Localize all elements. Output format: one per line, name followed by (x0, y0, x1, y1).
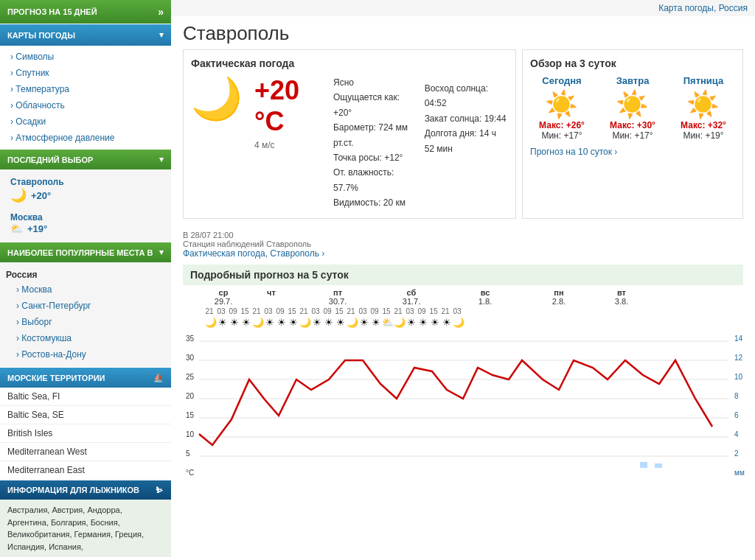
wi-15: ⛅ (382, 317, 394, 328)
wi-6: ☀ (276, 317, 288, 328)
svg-text:25: 25 (186, 373, 195, 381)
popular-item-3[interactable]: Костомукша (6, 330, 165, 346)
overview-title: Обзор на 3 суток (530, 57, 735, 69)
maps-item-symbols[interactable]: Символы (0, 49, 171, 65)
day0-min: Мин: +17° (539, 130, 585, 141)
svg-text:8: 8 (734, 392, 739, 400)
ski-icon: ⛷ (156, 486, 164, 494)
moon-icon: 🌙 (10, 187, 27, 203)
day1-icon: ☀️ (610, 89, 655, 120)
popular-header-label: НАИБОЛЕЕ ПОПУЛЯРНЫЕ МЕСТА В (7, 248, 153, 257)
marine-header: МОРСКИЕ ТЕРРИТОРИИ ⛵ (0, 368, 171, 388)
maps-item-precip[interactable]: Осадки (0, 113, 171, 130)
maps-menu: Символы Спутник Температура Облачность О… (0, 46, 171, 149)
forecast-section: Подробный прогноз на 5 суток ср 29.7. чт… (171, 265, 755, 478)
maps-btn[interactable]: КАРТЫ ПОГОДЫ ▾ (0, 24, 171, 46)
wi-5: ☀ (264, 317, 276, 328)
cloud-icon: ⛅ (10, 223, 23, 234)
forecast-link[interactable]: Прогноз на 10 суток › (530, 141, 735, 157)
svg-text:14: 14 (734, 335, 743, 343)
marine-item-3[interactable]: Mediterranean West (0, 443, 171, 461)
temp-chart: 35 30 25 20 15 10 5 °C 14 12 10 8 6 4 2 … (183, 331, 751, 478)
station-name: Станция наблюдений Ставрополь (183, 239, 311, 248)
marine-item-4[interactable]: Mediterranean East (0, 461, 171, 480)
day1-max: Макс: +30° (610, 120, 655, 130)
maps-btn-arrow: ▾ (159, 30, 164, 40)
maps-item-temp[interactable]: Температура (0, 81, 171, 97)
maps-item-satellite[interactable]: Спутник (0, 65, 171, 81)
maps-item-pressure[interactable]: Атмосферное давление (0, 130, 171, 146)
city-stavropol[interactable]: Ставрополь 🌙 +20° (6, 174, 165, 206)
last-choice-header: ПОСЛЕДНИЙ ВЫБОР ▾ (0, 150, 171, 169)
day-header-0: ср 29.7. (205, 288, 242, 306)
ski-content-text: Австралия, Австрия, Андорра, Аргентина, … (7, 505, 144, 551)
wi-11: ☀ (335, 317, 347, 328)
days-header: ср 29.7. чт пт 30.7. сб 31.7. вс 1.8. пн… (183, 285, 743, 306)
maps-btn-label: КАРТЫ ПОГОДЫ (7, 31, 75, 40)
day-header-1: чт (242, 288, 301, 306)
daylight: Долгота дня: 14 ч 52 мин (425, 126, 508, 156)
city-moscow-name: Москва (10, 212, 161, 223)
popular-arrow: ▾ (159, 248, 164, 257)
day2-min: Мин: +19° (681, 130, 726, 141)
sunrise: Восход солнца: 04:52 (425, 81, 508, 111)
day0-max: Макс: +26° (539, 120, 585, 130)
popular-item-4[interactable]: Ростов-на-Дону (6, 346, 165, 363)
wi-21: 🌙 (453, 317, 465, 328)
wi-14: ☀ (370, 317, 382, 328)
timestamp: В 28/07 21:00 (183, 231, 234, 239)
svg-text:10: 10 (734, 373, 743, 381)
forecast-btn-arrow: » (158, 6, 164, 18)
wi-2: ☀ (229, 317, 240, 328)
day2-name: Пятница (681, 75, 726, 86)
current-weather-inner: 🌙 +20 °C 4 м/с Ясно Ощущается как: +20° … (191, 75, 508, 211)
marine-item-2[interactable]: British Isles (0, 424, 171, 443)
svg-text:°C: °C (186, 469, 194, 477)
wi-9: ☀ (311, 317, 323, 328)
weather-temp-block: +20 °C 4 м/с (254, 75, 321, 150)
sidebar: ПРОГНОЗ НА 15 ДНЕЙ » КАРТЫ ПОГОДЫ ▾ Симв… (0, 0, 171, 560)
popular-item-0[interactable]: Москва (6, 281, 165, 298)
chart-container: 35 30 25 20 15 10 5 °C 14 12 10 8 6 4 2 … (183, 331, 743, 478)
ski-header-label: ИНФОРМАЦИЯ ДЛЯ ЛЫЖНИКОВ (7, 486, 139, 494)
wi-0: 🌙 (205, 317, 217, 328)
marine-item-0[interactable]: Baltic Sea, FI (0, 388, 171, 406)
city-moscow-temp: +19° (27, 223, 47, 234)
content-grid: Фактическая погода 🌙 +20 °C 4 м/с Ясно О… (171, 49, 755, 225)
wi-20: ☀ (441, 317, 453, 328)
popular-item-2[interactable]: Выборг (6, 314, 165, 330)
day1-name: Завтра (610, 75, 655, 86)
last-choice-section: Ставрополь 🌙 +20° Москва ⛅ +19° (0, 169, 171, 242)
svg-text:15: 15 (186, 411, 195, 419)
day-header-4: вс 1.8. (448, 288, 522, 306)
forecast-btn[interactable]: ПРОГНОЗ НА 15 ДНЕЙ » (0, 0, 171, 24)
popular-header: НАИБОЛЕЕ ПОПУЛЯРНЫЕ МЕСТА В ▾ (0, 242, 171, 262)
top-bar: Карта погоды, Россия (171, 0, 755, 16)
station-info: В 28/07 21:00 Станция наблюдений Ставроп… (171, 225, 755, 265)
day0-icon: ☀️ (539, 89, 585, 120)
day2-icon: ☀️ (681, 89, 726, 120)
pressure: Барометр: 724 мм рт.ст. (333, 120, 413, 150)
condition: Ясно (333, 75, 413, 90)
top-link[interactable]: Карта погоды, Россия (658, 3, 748, 13)
wi-4: 🌙 (252, 317, 264, 328)
weather-times: Восход солнца: 04:52 Закат солнца: 19:44… (425, 81, 508, 156)
city-stavropol-name: Ставрополь (10, 177, 161, 187)
wi-13: ☀ (358, 317, 370, 328)
wi-3: ☀ (240, 317, 252, 328)
day-header-6: вт 3.8. (596, 288, 647, 306)
dew-point: Точка росы: +12° (333, 150, 413, 165)
marine-item-1[interactable]: Baltic Sea, SE (0, 406, 171, 424)
svg-text:4: 4 (734, 430, 739, 438)
weather-icon-large: 🌙 (191, 78, 243, 119)
current-wind: 4 м/с (254, 140, 321, 150)
popular-item-1[interactable]: Санкт-Петербург (6, 298, 165, 314)
wi-16: 🌙 (394, 317, 406, 328)
actual-link[interactable]: Фактическая погода, Ставрополь › (183, 248, 324, 259)
city-moscow[interactable]: Москва ⛅ +19° (6, 209, 165, 237)
svg-text:5: 5 (186, 449, 190, 458)
day1-min: Мин: +17° (610, 130, 655, 141)
day2-max: Макс: +32° (681, 120, 726, 130)
feels-like: Ощущается как: +20° (333, 90, 413, 120)
maps-item-clouds[interactable]: Облачность (0, 97, 171, 113)
